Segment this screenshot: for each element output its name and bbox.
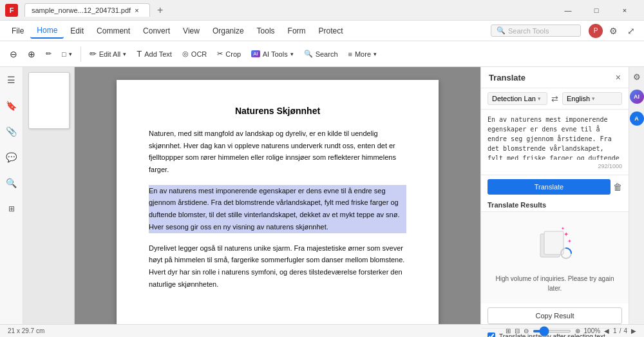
- ai-badge: AI: [251, 50, 260, 57]
- translate-panel: Translate × Detection Lan ▾ ⇄ English ▾ …: [480, 67, 629, 324]
- menu-comment[interactable]: Comment: [90, 24, 137, 38]
- menu-view[interactable]: View: [176, 24, 206, 38]
- translate-title: Translate: [489, 73, 616, 82]
- tab-close-btn[interactable]: ×: [135, 6, 138, 14]
- results-label: Translate Results: [481, 198, 629, 212]
- translate-btn-row: Translate 🗑: [481, 175, 629, 198]
- fit-width-icon[interactable]: ⊟: [515, 327, 520, 334]
- menu-organize[interactable]: Organize: [206, 24, 251, 38]
- settings-panel-icon[interactable]: ⚙: [633, 72, 641, 82]
- copy-result-btn[interactable]: Copy Result: [488, 307, 622, 324]
- page-separator: /: [620, 327, 621, 334]
- target-lang-select[interactable]: English ▾: [562, 92, 622, 105]
- zoom-in-status-icon[interactable]: ⊕: [575, 327, 580, 334]
- menu-edit[interactable]: Edit: [64, 24, 90, 38]
- search-toolbar-icon: 🔍: [304, 50, 313, 58]
- source-lang-select[interactable]: Detection Lan ▾: [488, 92, 547, 105]
- minimize-btn[interactable]: —: [554, 0, 582, 21]
- search-label: Search: [316, 50, 338, 58]
- file-menu[interactable]: File: [5, 24, 30, 38]
- document-tab[interactable]: sample_norwe...12_204731.pdf ×: [24, 3, 150, 17]
- instant-translate-checkbox[interactable]: [488, 332, 495, 337]
- maximize-btn[interactable]: □: [582, 0, 611, 21]
- zoom-out-icon: ⊖: [10, 49, 17, 59]
- highlight-btn[interactable]: ✏: [41, 47, 56, 61]
- more-dropdown-icon: ▾: [374, 51, 377, 57]
- expand-icon[interactable]: ⤢: [623, 23, 639, 39]
- fit-page-icon[interactable]: ⊞: [506, 327, 511, 334]
- swap-lang-btn[interactable]: ⇄: [551, 94, 558, 104]
- menu-protect[interactable]: Protect: [312, 24, 350, 38]
- ocr-btn[interactable]: ◎ OCR: [178, 47, 211, 61]
- separator1: [80, 46, 81, 62]
- search-btn[interactable]: 🔍 Search: [299, 47, 343, 61]
- translate-controls: Detection Lan ▾ ⇄ English ▾: [481, 88, 629, 110]
- ai-dropdown-icon: ▾: [290, 51, 294, 57]
- page-thumbnail[interactable]: [28, 72, 70, 129]
- zoom-slider[interactable]: [533, 330, 571, 332]
- translate-action-btn[interactable]: Translate: [488, 179, 611, 195]
- page-nav-prev[interactable]: ◀: [604, 327, 609, 334]
- menu-form[interactable]: Form: [281, 24, 312, 38]
- more-btn[interactable]: ≡ More ▾: [344, 48, 381, 61]
- pdf-para3: Dyrelivet legger også til naturens unike…: [149, 242, 406, 291]
- target-lang-chevron: ▾: [592, 95, 595, 102]
- toolbar: ⊖ ⊕ ✏ □ ▾ ✏ Edit All ▾ T Add Text ◎ OCR …: [0, 41, 644, 67]
- current-page: 1: [613, 327, 617, 334]
- sidebar-search-icon[interactable]: 🔍: [4, 175, 19, 191]
- zoom-in-btn[interactable]: ⊕: [23, 46, 40, 62]
- search-tools-box[interactable]: 🔍 Search Tools: [491, 24, 581, 37]
- add-text-label: Add Text: [144, 50, 172, 58]
- menu-bar: File Home Edit Comment Convert View Orga…: [0, 21, 644, 41]
- ai-tools-label: AI Tools: [263, 50, 288, 58]
- more-label: More: [355, 50, 371, 58]
- translate-close-btn[interactable]: ×: [616, 72, 621, 82]
- menu-tools[interactable]: Tools: [251, 24, 281, 38]
- sidebar-layers-icon[interactable]: ⊞: [4, 201, 19, 217]
- document-dimensions: 21 x 29.7 cm: [8, 327, 44, 334]
- document-area[interactable]: Naturens Skjønnhet Naturen, med sitt man…: [75, 67, 480, 324]
- select-shape-btn[interactable]: □ ▾: [57, 48, 77, 61]
- far-right-panel: ⚙ AI A: [629, 67, 644, 324]
- translate-header: Translate ×: [481, 67, 629, 88]
- add-text-btn[interactable]: T Add Text: [132, 46, 176, 61]
- profile-icon[interactable]: P: [589, 24, 603, 38]
- results-message: High volume of inquiries. Please try aga…: [491, 274, 618, 293]
- settings-icon[interactable]: ⚙: [605, 23, 621, 39]
- sidebar-comment-icon[interactable]: 💬: [4, 149, 19, 165]
- zoom-level: 100%: [584, 327, 601, 334]
- page-panel: [23, 67, 75, 324]
- shape-dropdown-icon: ▾: [69, 51, 72, 57]
- sidebar-bookmark-icon[interactable]: 🔖: [4, 98, 19, 113]
- sidebar-page-icon[interactable]: ☰: [4, 72, 19, 88]
- search-icon: 🔍: [497, 26, 506, 35]
- edit-all-btn[interactable]: ✏ Edit All ▾: [85, 46, 131, 61]
- crop-btn[interactable]: ✂ Crop: [213, 47, 245, 61]
- crop-label: Crop: [225, 50, 241, 58]
- page-nav-next[interactable]: ▶: [631, 327, 636, 334]
- zoom-out-status-icon[interactable]: ⊖: [524, 327, 529, 334]
- left-sidebar: ☰ 🔖 📎 💬 🔍 ⊞: [0, 67, 23, 324]
- menu-convert[interactable]: Convert: [137, 24, 176, 38]
- zoom-out-btn[interactable]: ⊖: [5, 46, 22, 62]
- ai-tools-btn[interactable]: AI AI Tools ▾: [247, 48, 298, 61]
- zoom-in-icon: ⊕: [28, 49, 35, 59]
- window-controls: — □ ×: [554, 0, 639, 21]
- menu-home[interactable]: Home: [30, 23, 64, 39]
- pdf-para2-highlighted: En av naturens mest imponerende egenskap…: [149, 185, 406, 233]
- translate-input[interactable]: En av naturens mest imponerende egenskap…: [488, 115, 622, 160]
- char-count: 292/1000: [488, 163, 622, 169]
- ai-assistant-btn[interactable]: AI: [630, 90, 644, 104]
- edit-dropdown-icon: ▾: [123, 51, 126, 57]
- search-tools-label: Search Tools: [508, 27, 549, 35]
- clear-btn[interactable]: 🗑: [613, 182, 622, 192]
- menu-bar-right: 🔍 Search Tools P ⚙ ⤢: [491, 23, 639, 39]
- close-btn[interactable]: ×: [611, 0, 639, 21]
- sidebar-attachment-icon[interactable]: 📎: [4, 124, 19, 139]
- main-layout: ☰ 🔖 📎 💬 🔍 ⊞ Naturens Skjønnhet Naturen, …: [0, 67, 644, 324]
- page-num-area: 1 / 4: [613, 327, 627, 334]
- source-lang-label: Detection Lan: [492, 95, 536, 102]
- status-bar: 21 x 29.7 cm ⊞ ⊟ ⊖ ⊕ 100% ◀ 1 / 4 ▶: [0, 324, 644, 337]
- new-tab-btn[interactable]: +: [153, 3, 168, 18]
- blue-assistant-btn[interactable]: A: [630, 111, 644, 126]
